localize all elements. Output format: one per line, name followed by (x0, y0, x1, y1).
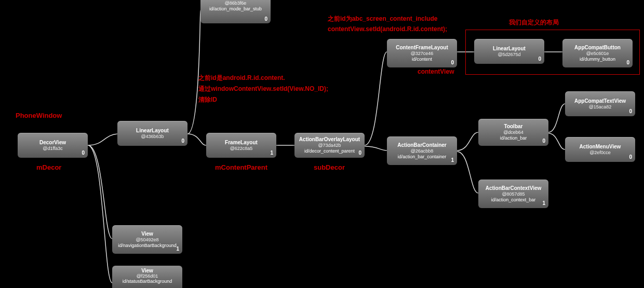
node-statusbar-bg[interactable]: View @f256d01 id/statusBarBackground (112, 266, 182, 288)
note1-line2: 通过windowContentView.setId(View.NO_ID); (198, 85, 328, 93)
node-framelayout[interactable]: FrameLayout @622c8a5 1 (206, 133, 276, 158)
node-actionbarcontextview[interactable]: ActionBarContextView @8057d85 id/action_… (478, 180, 548, 208)
node-actionbaroverlay[interactable]: ActionBarOverlayLayout @73da42b id/decor… (294, 133, 365, 158)
label-contentview: contentView (418, 68, 454, 75)
label-mcontentparent: mContentParent (215, 163, 267, 171)
label-mdecor: mDecor (36, 163, 61, 171)
node-linearlayout-root[interactable]: LinearLayout @436b63b 0 (117, 121, 187, 146)
node-viewstub[interactable]: @86b3f6e id/action_mode_bar_stub 0 (200, 0, 271, 23)
custom-layout-highlight (465, 30, 640, 75)
note2-line1: 之前id为abc_screen_content_include (328, 15, 437, 23)
node-decorview[interactable]: DecorView @d1ffa3c 0 (18, 133, 88, 158)
note1-line3: 清除ID (198, 95, 217, 104)
node-navbar-bg[interactable]: View @50492e8 id/navigationBarBackground… (112, 225, 182, 254)
note3: 我们自定义的布局 (509, 18, 559, 27)
label-subdecor: subDecor (314, 163, 345, 171)
node-actionbarcontainer[interactable]: ActionBarContainer @26acbb8 id/action_ba… (387, 136, 457, 165)
note2-line2: contentView.setId(android.R.id.content); (328, 25, 447, 33)
node-appcompattextview[interactable]: AppCompatTextView @15aca82 0 (565, 91, 635, 116)
node-actionmenuview[interactable]: ActionMenuView @2ef0cce 0 (565, 137, 635, 162)
node-toolbar[interactable]: Toolbar @dceb64 id/action_bar 0 (478, 119, 548, 146)
label-phonewindow: PhoneWindow (16, 112, 62, 119)
note1-line1: 之前id是android.R.id.content. (198, 74, 285, 83)
node-contentframelayout[interactable]: ContentFrameLayout @327ce46 id/content 0 (387, 39, 457, 67)
